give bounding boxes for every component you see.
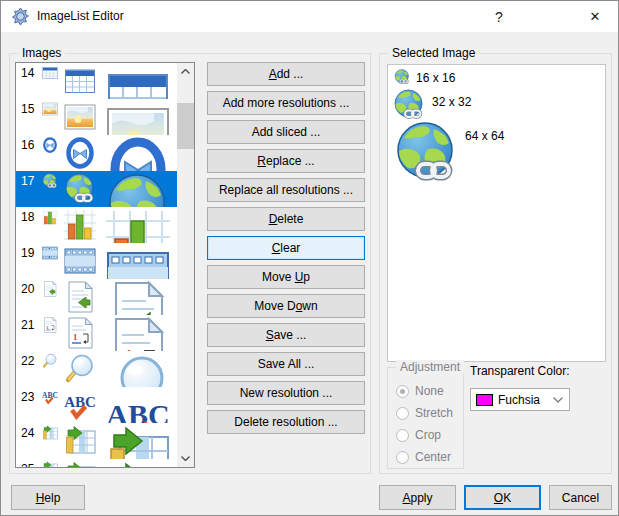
selected-image-preview: 16 x 16 32 x 32 64 x 64	[387, 64, 606, 362]
row-number: 20	[21, 282, 34, 296]
adjustment-group-label: Adjustment	[396, 360, 464, 374]
image-list-row-19[interactable]: 19	[16, 243, 177, 279]
image-list-row-25[interactable]: 25	[16, 459, 177, 468]
page-number-icon	[106, 317, 170, 351]
radio-center[interactable]: Center	[396, 450, 451, 464]
radio-label: Center	[415, 450, 451, 464]
list-scrollbar[interactable]	[177, 63, 194, 467]
radio-button-icon	[396, 451, 409, 464]
radio-none[interactable]: None	[396, 384, 444, 398]
move-down-button[interactable]: Move Down	[207, 294, 365, 318]
radio-label: Stretch	[415, 406, 453, 420]
apply-button[interactable]: Apply	[379, 485, 456, 510]
images-group-label: Images	[18, 46, 65, 60]
radio-button-icon	[396, 407, 409, 420]
window-title: ImageList Editor	[37, 9, 124, 23]
bar-chart-icon	[64, 209, 96, 241]
image-list-row-21[interactable]: 21	[16, 315, 177, 351]
image-list-row-15[interactable]: 15	[16, 99, 177, 135]
action-button-column: Add ...Add more resolutions ...Add slice…	[207, 62, 365, 439]
page-number-icon	[64, 317, 96, 349]
chevron-down-icon	[553, 397, 563, 403]
ok-button[interactable]: OK	[464, 485, 541, 510]
delete-resolution-button[interactable]: Delete resolution ...	[207, 410, 365, 434]
ring-icon	[64, 137, 96, 169]
selected-image-group-label: Selected Image	[388, 46, 479, 60]
color-swatch	[476, 394, 493, 406]
image-list-row-22[interactable]: 22	[16, 351, 177, 387]
image-list-row-18[interactable]: 18	[16, 207, 177, 243]
magnifier-icon	[42, 353, 58, 369]
preview-size-label: 32 x 32	[432, 95, 471, 109]
spell-check-icon	[64, 389, 96, 421]
add-button[interactable]: Add ...	[207, 62, 365, 86]
insert-column-icon	[106, 461, 170, 468]
save-button[interactable]: Save ...	[207, 323, 365, 347]
radio-crop[interactable]: Crop	[396, 428, 441, 442]
imagelist-editor-dialog: ImageList Editor ? ✕ Images 141516171819…	[0, 0, 619, 516]
transparent-color-label: Transparent Color:	[470, 364, 570, 378]
replace-button[interactable]: Replace ...	[207, 149, 365, 173]
magnifier-icon	[64, 353, 96, 385]
globe-link-icon	[42, 173, 58, 189]
transparent-color-select[interactable]: Fuchsia	[470, 388, 570, 411]
spell-check-icon	[42, 389, 58, 405]
delete-button[interactable]: Delete	[207, 207, 365, 231]
row-number: 17	[21, 174, 34, 188]
radio-button-icon	[396, 385, 409, 398]
clear-button[interactable]: Clear	[207, 236, 365, 260]
picture-icon	[64, 101, 96, 133]
bar-chart-icon	[106, 209, 170, 243]
picture-icon	[106, 101, 170, 135]
close-icon[interactable]: ✕	[572, 1, 618, 32]
radio-label: Crop	[415, 428, 441, 442]
table-icon	[42, 65, 58, 81]
image-list-row-17[interactable]: 17	[16, 171, 177, 207]
move-up-button[interactable]: Move Up	[207, 265, 365, 289]
image-list-row-23[interactable]: 23	[16, 387, 177, 423]
document-import-icon	[42, 281, 58, 297]
help-button[interactable]: Help	[11, 485, 85, 510]
transparent-color-value: Fuchsia	[498, 393, 553, 407]
table-icon	[106, 65, 170, 99]
titlebar[interactable]: ImageList Editor ? ✕	[1, 1, 618, 32]
row-number: 25	[21, 462, 34, 468]
image-list-rows: 141516171819202122232425	[16, 63, 194, 468]
save-all-button[interactable]: Save All ...	[207, 352, 365, 376]
row-number: 23	[21, 390, 34, 404]
scroll-down-icon[interactable]	[177, 450, 194, 467]
image-list[interactable]: 141516171819202122232425	[15, 62, 195, 468]
globe-link-icon	[106, 173, 170, 207]
row-number: 18	[21, 210, 34, 224]
image-list-row-24[interactable]: 24	[16, 423, 177, 459]
document-import-icon	[64, 281, 96, 313]
preview-size-label: 64 x 64	[465, 129, 504, 143]
images-group: Images 141516171819202122232425 Add ...A…	[9, 53, 371, 474]
picture-icon	[42, 101, 58, 117]
film-strip-icon	[106, 245, 170, 279]
scroll-up-icon[interactable]	[177, 63, 194, 80]
image-list-row-16[interactable]: 16	[16, 135, 177, 171]
adjustment-group: Adjustment None Stretch Crop Center	[387, 367, 464, 469]
row-number: 15	[21, 102, 34, 116]
cancel-button[interactable]: Cancel	[549, 485, 612, 510]
titlebar-help-button[interactable]: ?	[476, 1, 522, 32]
magnifier-icon	[106, 353, 170, 387]
image-list-row-14[interactable]: 14	[16, 63, 177, 99]
globe-link-icon	[393, 89, 425, 121]
add-more-resolutions-button[interactable]: Add more resolutions ...	[207, 91, 365, 115]
row-number: 16	[21, 138, 34, 152]
ring-icon	[42, 137, 58, 153]
row-number: 21	[21, 318, 34, 332]
imagelist-editor-icon	[12, 8, 29, 25]
insert-column-icon	[64, 461, 96, 468]
replace-all-resolutions-button[interactable]: Replace all resolutions ...	[207, 178, 365, 202]
image-list-row-20[interactable]: 20	[16, 279, 177, 315]
page-number-icon	[42, 317, 58, 333]
scrollbar-thumb[interactable]	[177, 103, 194, 149]
new-resolution-button[interactable]: New resolution ...	[207, 381, 365, 405]
globe-link-icon	[64, 173, 96, 205]
add-sliced-button[interactable]: Add sliced ...	[207, 120, 365, 144]
radio-stretch[interactable]: Stretch	[396, 406, 453, 420]
film-strip-icon	[64, 245, 96, 277]
